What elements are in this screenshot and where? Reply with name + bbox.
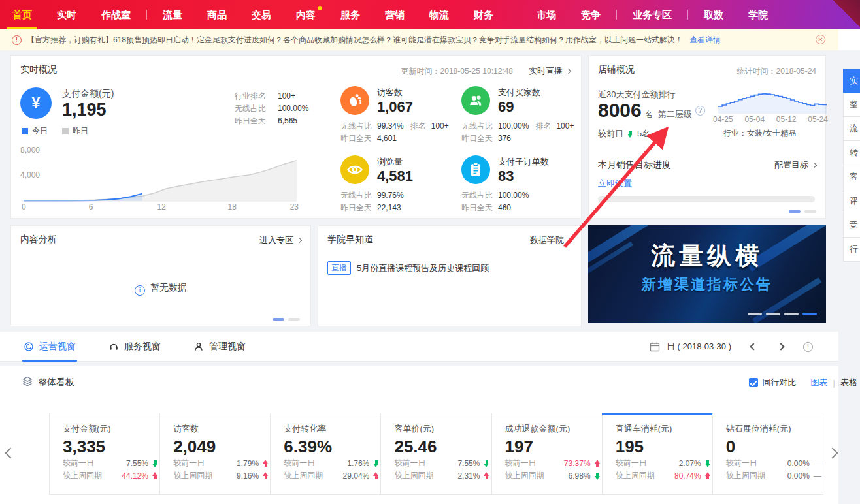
flat-dash: — — [814, 471, 821, 480]
nav-item-9[interactable]: 营销 — [372, 0, 417, 29]
carousel-dot[interactable] — [273, 318, 284, 321]
metric-label: 浏览量 — [377, 156, 403, 168]
arrow-up-icon — [705, 472, 711, 480]
prev-date-chevron[interactable] — [750, 343, 757, 350]
nav-item-15[interactable]: 业务专区 — [620, 0, 684, 29]
tab-运营视窗[interactable]: 运营视窗 — [24, 332, 76, 362]
carousel-dot[interactable] — [804, 210, 816, 213]
carousel-dot[interactable] — [802, 313, 817, 315]
nav-item-10[interactable]: 物流 — [417, 0, 461, 29]
nav-item-13[interactable]: 竞争 — [569, 0, 613, 29]
kpi-card-5[interactable]: 直通车消耗(元) 195 较前一日2.07% 较上周同期80.74% — [602, 413, 712, 494]
stat-value: 100+ — [278, 91, 295, 101]
enter-zone-link[interactable]: 进入专区 — [259, 234, 301, 246]
kpi-cards-row: 支付金额(元) 3,335 较前一日7.55% 较上周同期44.12%访客数 2… — [49, 413, 823, 495]
card-value: 6.39% — [284, 437, 380, 457]
arrow-up-icon — [373, 472, 379, 480]
promo-banner[interactable]: 流量纵横 新增渠道指标公告 — [588, 225, 826, 323]
anchor-item-4[interactable]: 客 — [843, 165, 860, 189]
info-icon[interactable] — [803, 342, 813, 352]
tab-服务视窗[interactable]: 服务视窗 — [108, 332, 161, 362]
rank-unit: 名 — [645, 109, 653, 120]
table-toggle[interactable]: 表格 — [840, 377, 857, 388]
anchor-item-6[interactable]: 竞 — [843, 213, 860, 238]
chevron-right-icon — [566, 69, 571, 74]
calendar-icon[interactable] — [650, 341, 660, 352]
course-title: 5月份直播课程预告及历史课程回顾 — [357, 262, 489, 274]
card-value: 0 — [726, 437, 823, 457]
top-navigation: 首页实时作战室流量商品交易内容服务营销物流财务市场竞争业务专区取数学院 — [0, 0, 860, 29]
notice-right-filler — [838, 29, 860, 50]
chevron-right-icon — [812, 163, 817, 168]
date-label[interactable]: 日 ( 2018-03-30 ) — [667, 341, 731, 353]
card-delta-row: 较前一日0.00%— — [726, 457, 821, 469]
tab-管理视窗[interactable]: 管理视窗 — [193, 332, 246, 362]
eye-icon — [340, 155, 369, 184]
nav-item-7[interactable]: 内容 — [284, 0, 328, 29]
carousel-dot[interactable] — [766, 313, 780, 315]
x-tick: 23 — [290, 202, 299, 212]
chart-toggle[interactable]: 图表 — [811, 377, 828, 388]
compare-checkbox[interactable] — [749, 378, 758, 387]
kpi-card-4[interactable]: 成功退款金额(元) 197 较前一日73.37% 较上周同期6.98% — [491, 413, 602, 494]
rank-sparkline-chart — [718, 86, 827, 114]
nav-item-18[interactable]: 学院 — [736, 0, 780, 29]
kpi-card-3[interactable]: 客单价(元) 25.46 较前一日7.55% 较上周同期2.31% — [380, 413, 491, 494]
realtime-live-link[interactable]: 实时直播 — [529, 65, 571, 77]
carousel-dot[interactable] — [784, 313, 799, 315]
panel-title: 内容分析 — [20, 234, 57, 245]
data-college-link[interactable]: 数据学院 — [530, 234, 572, 246]
notice-detail-link[interactable]: 查看详情 — [689, 35, 721, 46]
main-metric-stats: 行业排名100+ 无线占比100.00% 昨日全天6,565 — [235, 90, 315, 127]
kpi-card-0[interactable]: 支付金额(元) 3,335 较前一日7.55% 较上周同期44.12% — [50, 413, 159, 494]
anchor-item-0[interactable]: 实 — [843, 69, 860, 93]
anchor-item-2[interactable]: 流 — [843, 117, 860, 141]
nav-item-2[interactable]: 作战室 — [89, 0, 143, 29]
goal-config-label: 配置目标 — [774, 160, 808, 170]
next-date-chevron[interactable] — [777, 343, 784, 350]
goal-set-link[interactable]: 立即设置 — [598, 178, 632, 189]
nav-item-11[interactable]: 财务 — [461, 0, 506, 29]
nav-item-1[interactable]: 实时 — [44, 0, 89, 29]
nav-item-17[interactable]: 取数 — [691, 0, 736, 29]
nav-item-0[interactable]: 首页 — [0, 0, 44, 29]
panel-title: 实时概况 — [20, 64, 57, 76]
nav-item-8[interactable]: 服务 — [328, 0, 372, 29]
kpi-card-1[interactable]: 访客数 2,049 较前一日1.79% 较上周同期9.16% — [159, 413, 270, 494]
buyers-icon — [461, 86, 490, 115]
anchor-item-1[interactable]: 整 — [843, 93, 860, 117]
anchor-item-5[interactable]: 评 — [843, 189, 860, 213]
goal-config-link[interactable]: 配置目标 — [774, 159, 816, 171]
x-tick: 18 — [228, 202, 237, 212]
nav-item-5[interactable]: 商品 — [195, 0, 239, 29]
card-value: 3,335 — [63, 437, 159, 457]
card-delta-row: 较上周同期6.98% — [505, 469, 601, 482]
card-delta-row: 较前一日7.55% — [63, 457, 158, 469]
college-course-item[interactable]: 直播 5月份直播课程预告及历史课程回顾 — [327, 261, 489, 275]
anchor-item-3[interactable]: 转 — [843, 141, 860, 165]
college-news-panel: 学院早知道 数据学院 直播 5月份直播课程预告及历史课程回顾 — [318, 225, 582, 326]
carousel-dot[interactable] — [288, 318, 300, 321]
anchor-item-7[interactable]: 行 — [843, 238, 860, 262]
card-label: 访客数 — [173, 423, 270, 435]
chevron-right-icon — [297, 238, 302, 243]
nav-item-12[interactable]: 市场 — [524, 0, 569, 29]
help-icon[interactable] — [695, 106, 705, 116]
card-delta-row: 较上周同期2.31% — [394, 469, 489, 482]
arrow-up-icon — [263, 460, 269, 467]
nav-item-4[interactable]: 流量 — [150, 0, 195, 29]
content-analysis-panel: 内容分析 进入专区 暂无数据 — [10, 225, 311, 326]
kpi-card-6[interactable]: 钻石展位消耗(元) 0 较前一日0.00%— 较上周同期0.00%— — [712, 413, 823, 494]
card-delta-row: 较上周同期80.74% — [616, 469, 711, 482]
board-title: 整体看板 — [38, 377, 74, 388]
notice-text: 【官方推荐，订购有礼】618预售预热即日启动！定金尾款支付进度如何？各个商品收藏… — [27, 35, 683, 46]
card-label: 客单价(元) — [394, 423, 491, 435]
stat-label: 无线占比 — [235, 102, 273, 115]
carousel-dot[interactable] — [748, 313, 762, 315]
kpi-card-2[interactable]: 支付转化率 6.39% 较前一日1.76% 较上周同期29.04% — [270, 413, 380, 494]
delta-value: 5名 — [637, 128, 650, 140]
nav-item-6[interactable]: 交易 — [239, 0, 284, 29]
card-label: 支付转化率 — [284, 423, 380, 435]
close-icon[interactable] — [816, 35, 825, 44]
carousel-dot[interactable] — [789, 210, 801, 213]
